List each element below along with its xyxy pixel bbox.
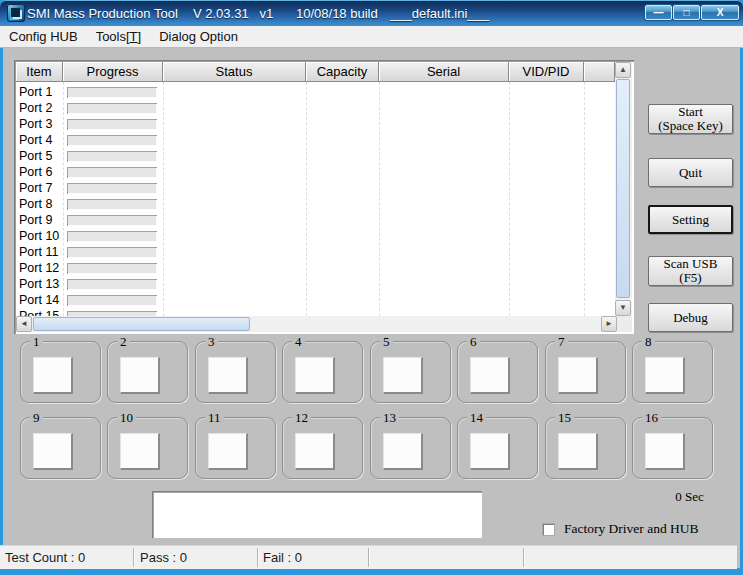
maximize-button[interactable]: □ [673, 5, 700, 20]
setting-button[interactable]: Setting [648, 205, 733, 234]
horizontal-scrollbar[interactable]: ◄ ► [16, 316, 617, 332]
table-row[interactable]: Port 5 [16, 148, 615, 164]
table-row[interactable]: Port 11 [16, 244, 615, 260]
factory-driver-hub-row: Factory Driver and HUB [542, 521, 699, 537]
port-label: Port 13 [16, 277, 63, 291]
slot-number-label: 5 [380, 334, 393, 349]
slot-box-4: 4 [282, 341, 363, 403]
slot-indicator [645, 433, 685, 470]
slot-box-5: 5 [370, 341, 451, 403]
pass-status: Pass : 0 [140, 546, 187, 569]
table-header: Item Progress Status Capacity Serial VID… [16, 62, 615, 82]
menu-tools-text: Tools[ [96, 29, 130, 44]
slot-box-16: 16 [632, 417, 713, 479]
factory-driver-hub-checkbox[interactable] [542, 523, 555, 536]
port-table: Item Progress Status Capacity Serial VID… [14, 60, 634, 334]
slot-box-14: 14 [457, 417, 538, 479]
minimize-button[interactable]: — [645, 5, 672, 20]
slot-box-13: 13 [370, 417, 451, 479]
start-button[interactable]: Start (Space Key) [648, 104, 733, 134]
table-row[interactable]: Port 14 [16, 292, 615, 308]
progress-bar [67, 295, 157, 306]
progress-bar [67, 151, 157, 162]
scroll-down-icon[interactable]: ▼ [615, 300, 631, 316]
status-divider [523, 548, 524, 567]
column-header-item[interactable]: Item [16, 62, 63, 82]
column-header-empty[interactable] [584, 62, 615, 82]
scroll-left-icon[interactable]: ◄ [16, 316, 32, 332]
progress-bar [67, 279, 157, 290]
progress-bar [67, 103, 157, 114]
start-button-sublabel: (Space Key) [658, 119, 723, 133]
port-label: Port 15 [16, 309, 63, 316]
progress-bar [67, 199, 157, 210]
slot-indicator [470, 433, 510, 470]
quit-button[interactable]: Quit [648, 158, 733, 187]
table-row[interactable]: Port 7 [16, 180, 615, 196]
scan-usb-button[interactable]: Scan USB (F5) [648, 256, 733, 286]
window-title: SMI Mass Production Tool [27, 6, 178, 21]
column-header-capacity[interactable]: Capacity [306, 62, 379, 82]
menu-config-hub[interactable]: Config HUB [0, 26, 87, 47]
progress-bar [67, 183, 157, 194]
slot-number-label: 7 [555, 334, 568, 349]
port-label: Port 3 [16, 117, 63, 131]
horizontal-scroll-thumb[interactable] [33, 317, 250, 331]
table-row[interactable]: Port 15 [16, 308, 615, 316]
debug-button[interactable]: Debug [648, 303, 733, 332]
slot-indicator [208, 433, 248, 470]
column-header-vidpid[interactable]: VID/PID [509, 62, 584, 82]
slot-number-label: 13 [380, 410, 399, 425]
slot-box-1: 1 [20, 341, 101, 403]
slot-number-label: 2 [117, 334, 130, 349]
ini-filename-label: ___default.ini___ [390, 6, 489, 21]
app-icon[interactable] [7, 4, 25, 22]
log-textbox[interactable] [152, 491, 482, 538]
slot-indicator [208, 357, 248, 394]
table-row[interactable]: Port 3 [16, 116, 615, 132]
version-label: V 2.03.31 v1 [193, 6, 273, 21]
column-header-status[interactable]: Status [163, 62, 306, 82]
menu-dialog-option[interactable]: Dialog Option [150, 26, 247, 47]
slot-indicator [645, 357, 685, 394]
table-row[interactable]: Port 12 [16, 260, 615, 276]
table-row[interactable]: Port 10 [16, 228, 615, 244]
slot-indicator [33, 357, 73, 394]
table-row[interactable]: Port 9 [16, 212, 615, 228]
scroll-right-icon[interactable]: ► [601, 316, 617, 332]
slot-box-2: 2 [107, 341, 188, 403]
slot-indicator [295, 433, 335, 470]
close-button[interactable]: X [701, 5, 739, 20]
scan-usb-button-label: Scan USB [664, 257, 718, 271]
port-label: Port 12 [16, 261, 63, 275]
slot-number-label: 11 [205, 410, 224, 425]
fail-status: Fail : 0 [263, 546, 302, 569]
scroll-up-icon[interactable]: ▲ [615, 62, 631, 78]
table-row[interactable]: Port 2 [16, 100, 615, 116]
table-row[interactable]: Port 13 [16, 276, 615, 292]
slot-number-label: 8 [642, 334, 655, 349]
table-row[interactable]: Port 1 [16, 84, 615, 100]
port-label: Port 5 [16, 149, 63, 163]
status-bar: Test Count : 0 Pass : 0 Fail : 0 [0, 545, 737, 569]
status-divider [257, 548, 258, 567]
menu-tools[interactable]: Tools[T] [87, 26, 151, 47]
slot-box-6: 6 [457, 341, 538, 403]
slot-number-label: 3 [205, 334, 218, 349]
slot-box-7: 7 [545, 341, 626, 403]
vertical-scroll-thumb[interactable] [616, 79, 630, 298]
test-count-status: Test Count : 0 [5, 546, 85, 569]
table-row[interactable]: Port 4 [16, 132, 615, 148]
menu-bar: Config HUB Tools[T] Dialog Option [0, 26, 743, 48]
quit-button-label: Quit [679, 166, 702, 180]
vertical-scrollbar[interactable]: ▲ ▼ [615, 62, 632, 316]
table-row[interactable]: Port 6 [16, 164, 615, 180]
scan-usb-button-sublabel: (F5) [679, 271, 701, 285]
factory-driver-hub-label: Factory Driver and HUB [564, 521, 699, 537]
table-row[interactable]: Port 8 [16, 196, 615, 212]
progress-bar [67, 231, 157, 242]
column-header-progress[interactable]: Progress [63, 62, 163, 82]
slot-number-label: 9 [30, 410, 43, 425]
column-header-serial[interactable]: Serial [379, 62, 509, 82]
slot-box-3: 3 [195, 341, 276, 403]
